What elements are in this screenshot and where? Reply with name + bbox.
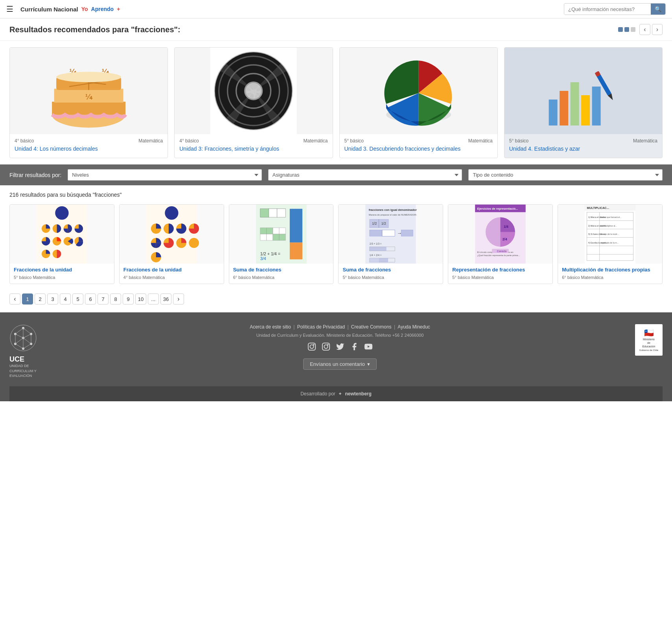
- svg-rect-31: [570, 82, 579, 125]
- page-3[interactable]: 3: [47, 293, 58, 305]
- results-header: Resultados recomendados para "fracciones…: [0, 18, 672, 41]
- comment-label: Envíanos un comentario: [310, 361, 365, 367]
- search-input[interactable]: [564, 4, 651, 15]
- featured-card-3[interactable]: 5° básico Matemática Unidad 3. Descubrie…: [339, 47, 498, 158]
- svg-line-130: [23, 328, 31, 334]
- svg-line-139: [15, 334, 23, 338]
- svg-line-135: [15, 328, 23, 334]
- facebook-icon[interactable]: [350, 342, 359, 353]
- card-meta-3: 5° básico Matemática: [344, 138, 493, 144]
- svg-line-132: [23, 344, 31, 349]
- instagram-icon-1[interactable]: [307, 342, 316, 353]
- svg-rect-75: [279, 234, 285, 240]
- page-ellipsis: ...: [148, 293, 159, 305]
- result-card-body-3: Suma de fracciones 6° básico Matemática: [229, 264, 333, 284]
- svg-text:1/4: 1/4: [504, 225, 508, 229]
- result-card-image-6: MULTIPLICAC... 1) Marca el destino facto…: [558, 205, 662, 264]
- featured-card-1[interactable]: ¹⁄₄ ¹⁄₄ ¹⁄₄ 4° básico Matemática Unidad …: [9, 47, 168, 158]
- page-nav: ‹ 1 2 3 4 5 6 7 8 9 10 ... 36 ›: [0, 290, 672, 312]
- page-8[interactable]: 8: [110, 293, 121, 305]
- link-ayuda[interactable]: Ayuda Mineduc: [398, 324, 430, 330]
- hamburger-menu[interactable]: ☰: [6, 4, 13, 14]
- featured-card-4[interactable]: 5° básico Matemática Unidad 4. Estadisti…: [504, 47, 663, 158]
- page-2[interactable]: 2: [35, 293, 46, 305]
- result-card-3[interactable]: 1/2 + 1/4 = 3/4 Suma de fracciones 6° b: [229, 204, 334, 284]
- comment-button[interactable]: Envíanos un comentario ▾: [303, 358, 377, 370]
- search-button[interactable]: 🔍: [651, 4, 665, 15]
- card-meta-1: 4° básico Matemática: [15, 138, 163, 144]
- link-acerca[interactable]: Acerca de este sitio: [250, 324, 291, 330]
- comment-arrow: ▾: [367, 361, 370, 367]
- result-card-body-1: Fracciones de la unidad 5° básico Matemá…: [10, 264, 114, 284]
- svg-rect-142: [308, 343, 315, 350]
- dot-2: [624, 27, 629, 32]
- tipo-select[interactable]: Tipo de contenido: [468, 169, 663, 181]
- result-card-image-4: fracciones con igual denominador Manera …: [339, 205, 443, 264]
- page-36[interactable]: 36: [160, 293, 171, 305]
- link-privacidad[interactable]: Políticas de Privacidad: [297, 324, 345, 330]
- link-creative-commons[interactable]: Creative Commons: [351, 324, 392, 330]
- svg-rect-74: [273, 234, 279, 240]
- niveles-select[interactable]: Niveles: [68, 169, 262, 181]
- footer-right: 🇨🇱 MinisteriodeEducaciónGobierno de Chil…: [623, 324, 663, 356]
- prev-arrow[interactable]: ‹: [639, 24, 650, 35]
- card-title-1[interactable]: Unidad 4: Los números decimales: [15, 146, 98, 152]
- card-body-4: 5° básico Matemática Unidad 4. Estadisti…: [504, 134, 662, 158]
- page-1[interactable]: 1: [22, 293, 33, 305]
- filter-bar: Filtrar resultados por: Niveles Asignatu…: [0, 164, 672, 185]
- footer-address: Unidad de Currículum y Evaluación. Minis…: [64, 333, 615, 338]
- page-10[interactable]: 10: [135, 293, 146, 305]
- svg-point-58: [189, 238, 199, 248]
- result-card-meta-5: 5° básico Matemática: [452, 275, 549, 280]
- footer-bottom: Desarrollado por ✦ newtenberg: [9, 386, 663, 401]
- featured-card-2[interactable]: 4° básico Matemática Unidad 3: Fraccione…: [174, 47, 333, 158]
- page-6[interactable]: 6: [85, 293, 96, 305]
- asignaturas-select[interactable]: Asignaturas: [268, 169, 462, 181]
- result-card-1[interactable]: Fracciones de la unidad 5° básico Matemá…: [9, 204, 114, 284]
- svg-point-147: [328, 344, 328, 345]
- card-image-4: [504, 48, 662, 134]
- result-card-4[interactable]: fracciones con igual denominador Manera …: [338, 204, 443, 284]
- instagram-icon-2[interactable]: [322, 342, 330, 353]
- page-7[interactable]: 7: [98, 293, 109, 305]
- svg-line-140: [15, 338, 23, 344]
- page-prev[interactable]: ‹: [9, 293, 20, 305]
- svg-rect-62: [269, 209, 277, 217]
- svg-text:factor que llamará el...: factor que llamará el...: [601, 216, 622, 218]
- result-card-meta-1: 5° básico Matemática: [14, 275, 110, 280]
- svg-rect-63: [277, 209, 285, 217]
- result-card-2[interactable]: Fracciones de la unidad 4° básico Matemá…: [119, 204, 224, 284]
- card-image-1: ¹⁄₄ ¹⁄₄ ¹⁄₄: [10, 48, 168, 134]
- youtube-icon[interactable]: [364, 342, 373, 353]
- footer-logo: UCE UNIDAD DE CURRÍCULUM Y EVALUACIÓN: [9, 324, 57, 378]
- page-5[interactable]: 5: [72, 293, 83, 305]
- svg-text:los ojo de la mutti...: los ojo de la mutti...: [601, 233, 619, 235]
- card-title-3[interactable]: Unidad 3. Descubriendo fracciones y deci…: [344, 146, 461, 152]
- svg-text:de Muttiplirar al...: de Muttiplirar al...: [601, 225, 617, 227]
- svg-rect-83: [370, 230, 382, 236]
- card-grade-4: 5° básico: [509, 138, 529, 144]
- svg-text:fracciones con igual denominad: fracciones con igual denominador: [369, 208, 417, 212]
- svg-rect-68: [260, 228, 266, 234]
- svg-text:2/3 + 1/3 =: 2/3 + 1/3 =: [370, 242, 382, 245]
- card-title-2[interactable]: Unidad 3: Fracciones, simetría y ángulos: [179, 146, 279, 152]
- result-card-image-3: 1/2 + 1/4 = 3/4: [229, 205, 333, 264]
- twitter-icon[interactable]: [336, 342, 344, 353]
- logo-aprendo: Aprendo: [91, 6, 114, 12]
- result-card-image-2: [120, 205, 224, 264]
- next-arrow[interactable]: ›: [652, 24, 663, 35]
- card-title-4[interactable]: Unidad 4. Estadisticas y azar: [509, 146, 580, 152]
- card-subject-2: Matemática: [303, 138, 328, 144]
- svg-rect-71: [279, 228, 285, 234]
- card-body-2: 4° básico Matemática Unidad 3: Fraccione…: [175, 134, 332, 158]
- result-card-5[interactable]: Ejercicios de representació... El círcul…: [448, 204, 553, 284]
- card-subject-3: Matemática: [468, 138, 493, 144]
- svg-text:Correcto: Correcto: [497, 250, 507, 253]
- logo-yo: Yo: [81, 6, 88, 12]
- page-next[interactable]: ›: [173, 293, 184, 305]
- svg-point-146: [324, 345, 328, 348]
- footer-social: [64, 342, 615, 353]
- page-9[interactable]: 9: [123, 293, 134, 305]
- result-card-6[interactable]: MULTIPLICAC... 1) Marca el destino facto…: [558, 204, 663, 284]
- page-4[interactable]: 4: [60, 293, 71, 305]
